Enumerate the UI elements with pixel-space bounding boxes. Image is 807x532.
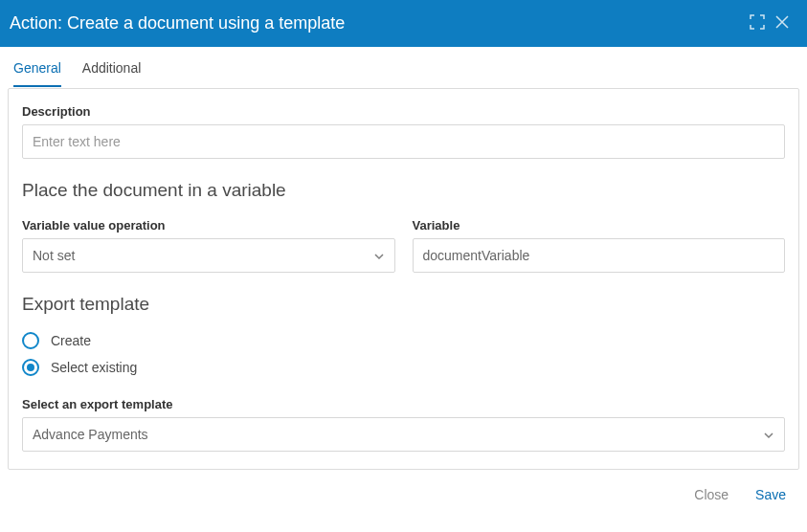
radio-select-existing-indicator bbox=[22, 359, 39, 376]
chevron-down-icon bbox=[763, 429, 774, 440]
expand-icon[interactable] bbox=[750, 14, 765, 33]
close-button[interactable]: Close bbox=[694, 487, 729, 502]
radio-select-existing-label: Select existing bbox=[51, 360, 137, 375]
dialog-title: Action: Create a document using a templa… bbox=[10, 13, 345, 33]
variable-label: Variable bbox=[413, 218, 786, 233]
operation-select[interactable]: Not set bbox=[22, 238, 395, 273]
radio-option-select-existing[interactable]: Select existing bbox=[22, 359, 785, 376]
section-title-variable: Place the document in a variable bbox=[22, 180, 785, 201]
variable-row: Variable value operation Not set Variabl… bbox=[22, 218, 785, 273]
export-template-label: Select an export template bbox=[22, 397, 785, 411]
close-icon[interactable] bbox=[774, 14, 790, 33]
radio-create-indicator bbox=[22, 332, 39, 349]
export-radio-group: Create Select existing bbox=[22, 332, 785, 376]
variable-input[interactable] bbox=[413, 238, 786, 273]
description-label: Description bbox=[22, 104, 785, 119]
export-template-select[interactable]: Advance Payments bbox=[22, 417, 785, 452]
radio-option-create[interactable]: Create bbox=[22, 332, 785, 349]
footer-buttons: Close Save bbox=[0, 470, 807, 502]
section-title-export: Export template bbox=[22, 294, 785, 315]
description-input[interactable] bbox=[22, 124, 785, 159]
tab-bar: General Additional bbox=[0, 47, 807, 88]
dialog-header: Action: Create a document using a templa… bbox=[0, 0, 807, 47]
chevron-down-icon bbox=[373, 250, 385, 261]
operation-label: Variable value operation bbox=[22, 218, 395, 233]
save-button[interactable]: Save bbox=[755, 487, 786, 502]
header-icon-group bbox=[750, 14, 790, 33]
operation-value: Not set bbox=[33, 248, 75, 263]
export-template-value: Advance Payments bbox=[33, 427, 148, 442]
content-panel: Description Place the document in a vari… bbox=[8, 88, 799, 470]
radio-create-label: Create bbox=[51, 333, 91, 348]
tab-additional[interactable]: Additional bbox=[82, 60, 142, 87]
tab-general[interactable]: General bbox=[13, 60, 61, 87]
